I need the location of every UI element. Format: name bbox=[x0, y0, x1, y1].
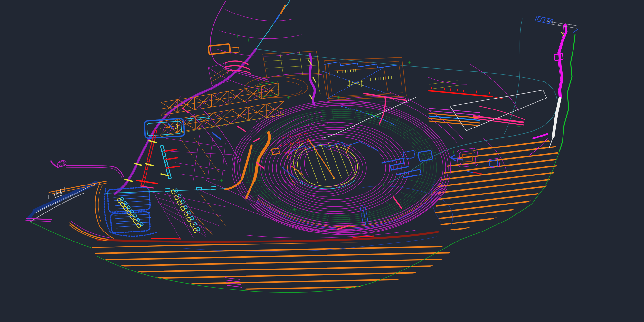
building-accents bbox=[225, 54, 547, 138]
roads bbox=[69, 1, 557, 242]
stadium-contour-rings bbox=[232, 100, 451, 234]
southwest-parking bbox=[95, 180, 225, 239]
track-rings-green bbox=[246, 108, 437, 227]
site-plan-drawing bbox=[0, 0, 644, 322]
cad-viewport[interactable] bbox=[0, 0, 644, 322]
roof-trusses bbox=[160, 83, 285, 137]
top-embankment-ribbon bbox=[208, 1, 269, 86]
site-boundary-green bbox=[31, 82, 560, 292]
truss-mesh bbox=[166, 133, 237, 180]
east-shoreline bbox=[528, 16, 578, 156]
north-buildings bbox=[208, 44, 406, 100]
